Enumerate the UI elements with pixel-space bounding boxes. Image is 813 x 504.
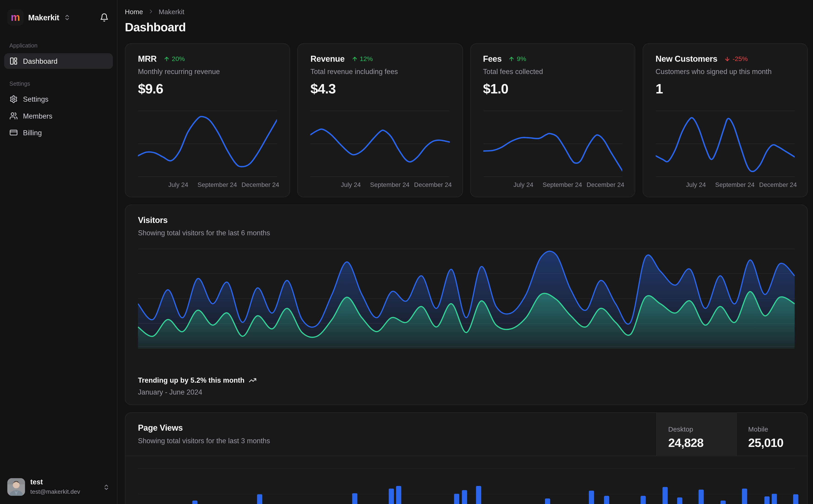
notifications-button[interactable] [99, 12, 110, 23]
x-tick: December 24 [586, 181, 624, 188]
stat-value: 1 [656, 81, 795, 97]
brand-name: Makerkit [28, 13, 59, 22]
stat-card-new-customers: New Customers -25% Customers who signed … [643, 43, 808, 197]
avatar-image [7, 478, 25, 496]
stat-value: $1.0 [483, 81, 622, 97]
visitors-subtitle: Showing total visitors for the last 6 mo… [138, 229, 795, 237]
users-icon [9, 112, 18, 120]
trend-arrow-icon [163, 56, 170, 62]
x-tick: September 24 [715, 181, 755, 188]
tab-mobile[interactable]: Mobile 25,010 [736, 413, 807, 456]
sidebar-item-dashboard[interactable]: Dashboard [4, 53, 113, 69]
bar [663, 487, 668, 504]
trend-value: 9% [517, 55, 526, 63]
sparkline-chart [656, 111, 795, 177]
stat-value: $4.3 [311, 81, 450, 97]
trend-arrow-icon [352, 56, 358, 62]
layout-dashboard-icon [9, 57, 18, 65]
sparkline-chart [311, 111, 450, 177]
sparkline-x-labels: July 24 September 24 December 24 [483, 181, 622, 188]
stat-value: $9.6 [138, 81, 277, 97]
avatar [7, 478, 25, 496]
sidebar-item-label: Dashboard [23, 57, 58, 65]
user-menu[interactable]: test test@makerkit.dev [0, 474, 117, 498]
bar [742, 488, 747, 504]
stat-card-revenue: Revenue 12% Total revenue including fees… [298, 43, 463, 197]
sidebar: m Makerkit Application Dashboard Setting… [0, 0, 117, 504]
trend-badge: 12% [352, 55, 373, 63]
bar [476, 486, 481, 504]
bar [764, 496, 770, 504]
bar [604, 496, 609, 504]
page-views-bar-chart [138, 456, 795, 504]
x-tick: July 24 [168, 181, 188, 188]
page-views-card: Page Views Showing total visitors for th… [125, 412, 808, 504]
page-views-title: Page Views [138, 423, 644, 433]
user-email: test@makerkit.dev [30, 488, 80, 496]
tab-value: 25,010 [748, 436, 807, 450]
bar [396, 486, 401, 504]
trend-badge: 20% [163, 55, 185, 63]
sidebar-nav: Application Dashboard Settings Settings … [0, 42, 117, 141]
trend-arrow-icon [724, 56, 731, 62]
main-content: Home Makerkit Dashboard MRR 20% Monthly … [117, 0, 813, 504]
bar [699, 490, 704, 504]
brand-logo: m [7, 9, 24, 25]
bar [589, 491, 594, 504]
stat-title: Revenue [311, 54, 345, 64]
stat-title: MRR [138, 54, 157, 64]
sidebar-item-label: Members [23, 112, 53, 120]
sparkline-x-labels: July 24 September 24 December 24 [138, 181, 277, 188]
page-title: Dashboard [125, 20, 808, 34]
visitors-footer: Trending up by 5.2% this month January -… [138, 376, 257, 396]
x-tick: July 24 [513, 181, 533, 188]
visitors-area-chart [138, 248, 795, 349]
trend-badge: 9% [508, 55, 526, 63]
x-tick: December 24 [759, 181, 797, 188]
chevron-right-icon [148, 8, 154, 15]
trend-value: 12% [360, 55, 373, 63]
x-tick: September 24 [370, 181, 409, 188]
tab-label: Mobile [748, 425, 807, 433]
stat-subtitle: Monthly recurring revenue [138, 68, 277, 76]
sidebar-item-billing[interactable]: Billing [4, 125, 113, 141]
bar [257, 494, 262, 504]
stat-card-mrr: MRR 20% Monthly recurring revenue $9.6 J… [125, 43, 290, 197]
visitors-title: Visitors [138, 216, 795, 225]
sidebar-item-members[interactable]: Members [4, 108, 113, 124]
nav-section-label-settings: Settings [4, 80, 113, 87]
visitors-date-range: January - June 2024 [138, 388, 257, 396]
stat-card-fees: Fees 9% Total fees collected $1.0 July 2… [470, 43, 635, 197]
chevrons-up-down-icon [64, 14, 71, 21]
bar [462, 490, 467, 504]
stat-subtitle: Total fees collected [483, 68, 622, 76]
x-tick: July 24 [341, 181, 361, 188]
breadcrumb: Home Makerkit [125, 7, 808, 16]
bar [641, 496, 646, 504]
stat-title: New Customers [656, 54, 717, 64]
tab-desktop[interactable]: Desktop 24,828 [656, 413, 736, 456]
tab-value: 24,828 [668, 436, 736, 450]
nav-section-label-application: Application [4, 42, 113, 48]
breadcrumb-home-link[interactable]: Home [125, 8, 143, 15]
x-tick: September 24 [543, 181, 582, 188]
x-tick: September 24 [197, 181, 237, 188]
tab-label: Desktop [668, 425, 736, 433]
bar [772, 494, 777, 504]
workspace-selector[interactable]: m Makerkit [0, 7, 117, 28]
bar [545, 499, 550, 504]
trend-value: -25% [733, 55, 748, 63]
sidebar-item-label: Billing [23, 129, 42, 136]
bar [352, 493, 357, 504]
gridline [138, 468, 795, 469]
sparkline-chart [138, 111, 277, 177]
sidebar-item-settings[interactable]: Settings [4, 91, 113, 107]
page-views-header: Page Views Showing total visitors for th… [125, 413, 807, 456]
bar [192, 501, 197, 504]
user-meta: test test@makerkit.dev [30, 478, 80, 496]
page-views-subtitle: Showing total visitors for the last 3 mo… [138, 437, 644, 445]
visitors-trend-text: Trending up by 5.2% this month [138, 376, 245, 384]
breadcrumb-current: Makerkit [159, 8, 184, 15]
stat-title: Fees [483, 54, 501, 64]
x-tick: December 24 [242, 181, 279, 188]
